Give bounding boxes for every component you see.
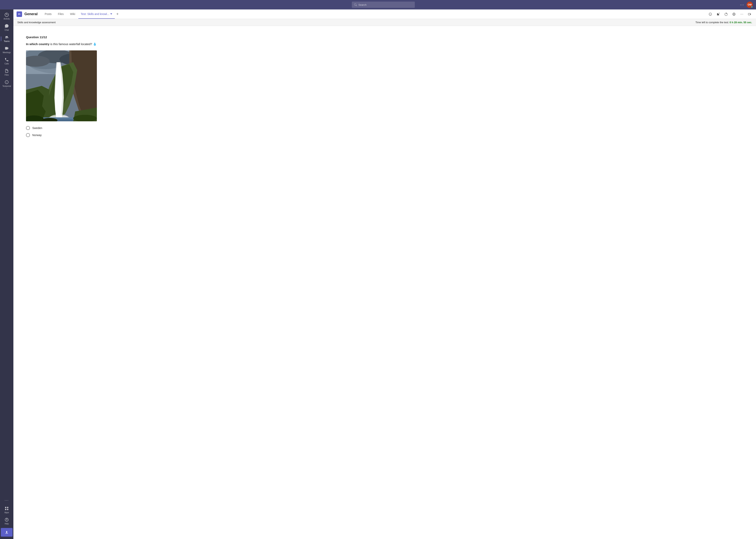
testportal-label: Testportal ...: [2, 85, 12, 89]
answer-option-sweden[interactable]: Sweden: [26, 126, 190, 130]
add-tab-button[interactable]: +: [115, 9, 120, 19]
sidebar-item-help[interactable]: Help: [1, 516, 13, 526]
apps-label: Apps: [5, 511, 9, 513]
download-button[interactable]: [1, 528, 13, 537]
svg-point-14: [743, 14, 743, 14]
video-icon: [748, 12, 751, 16]
testportal-icon: [5, 80, 9, 84]
content-area: Pt General Posts Files Wiki Test: Skills…: [13, 9, 756, 539]
channel-header-right: [707, 11, 753, 17]
topbar-center: [27, 2, 740, 8]
svg-rect-3: [7, 507, 8, 508]
meetings-label: Meetings: [3, 51, 11, 53]
download-icon: [5, 530, 9, 534]
files-icon: [5, 69, 9, 73]
avatar[interactable]: OW: [747, 2, 753, 8]
emoji-icon: [709, 12, 712, 16]
svg-rect-4: [5, 509, 6, 510]
topbar-ellipsis[interactable]: ···: [740, 3, 744, 7]
search-icon: [354, 3, 357, 6]
help-label: Help: [5, 523, 9, 525]
svg-point-13: [742, 14, 742, 14]
activity-label: Activity: [4, 18, 10, 20]
activity-icon: [5, 13, 9, 17]
sidebar-item-chat[interactable]: Chat: [1, 22, 13, 33]
sidebar-item-apps[interactable]: Apps: [1, 505, 13, 515]
files-label: Files: [5, 74, 9, 76]
question-area: Question 11/12 In which country is this …: [13, 26, 756, 539]
answer-options: Sweden Norway: [26, 126, 190, 137]
answer-label-sweden: Sweden: [32, 126, 42, 129]
refresh-icon: [724, 12, 728, 16]
svg-point-7: [7, 520, 7, 521]
tab-test[interactable]: Test: Skills and knowl...: [78, 9, 115, 19]
question-number: Question 11/12: [26, 36, 190, 39]
svg-point-9: [710, 14, 710, 14]
refresh-button[interactable]: [723, 11, 729, 17]
svg-point-8: [709, 13, 712, 16]
calls-label: Calls: [5, 63, 9, 65]
chat-icon: [5, 24, 9, 28]
svg-rect-0: [5, 47, 8, 50]
help-icon: [5, 517, 9, 522]
timer-value: 0 h 28 min. 55 sec.: [729, 21, 752, 24]
avatar-status-dot: [751, 6, 753, 8]
apps-icon: [5, 506, 9, 511]
calls-icon: [5, 57, 9, 62]
channel-tabs: Posts Files Wiki Test: Skills and knowl.…: [41, 9, 120, 19]
search-input[interactable]: [358, 3, 412, 6]
sidebar-item-more[interactable]: ···: [4, 497, 9, 504]
chevron-down-icon: [110, 13, 112, 15]
teams-icon: [5, 35, 9, 39]
question-card: Question 11/12 In which country is this …: [20, 31, 197, 142]
radio-norway[interactable]: [26, 133, 30, 137]
svg-point-10: [711, 14, 711, 14]
more-dots: ···: [5, 498, 9, 502]
sidebar-item-teams[interactable]: Teams: [1, 34, 13, 44]
more-options-button[interactable]: [739, 11, 745, 17]
svg-point-12: [741, 14, 741, 14]
main-layout: Activity Chat Teams Meetings: [0, 9, 756, 539]
sidebar-item-activity[interactable]: Activity: [1, 11, 13, 22]
assessment-timer: Time left to complete the test: 0 h 28 m…: [695, 21, 752, 24]
teams-label: Teams: [4, 40, 9, 42]
reactions-button[interactable]: [707, 11, 714, 17]
channel-header: Pt General Posts Files Wiki Test: Skills…: [13, 9, 756, 19]
sidebar-item-files[interactable]: Files: [1, 67, 13, 78]
channel-icon: Pt: [17, 11, 22, 17]
question-image: [26, 50, 97, 121]
ellipsis-icon: [740, 12, 744, 16]
svg-rect-2: [5, 507, 6, 508]
topbar: ··· OW: [0, 0, 756, 9]
answer-option-norway[interactable]: Norway: [26, 133, 190, 137]
tab-files[interactable]: Files: [55, 9, 67, 19]
sidebar-item-meetings[interactable]: Meetings: [1, 45, 13, 55]
meeting-button[interactable]: [747, 11, 753, 17]
sidebar-item-calls[interactable]: Calls: [1, 56, 13, 66]
question-bold: In which country: [26, 42, 49, 46]
search-box[interactable]: [352, 2, 415, 8]
radio-sweden[interactable]: [26, 126, 30, 130]
assessment-title: Skills and knowledge assessment: [17, 21, 55, 24]
svg-rect-5: [7, 509, 8, 510]
tab-posts[interactable]: Posts: [41, 9, 55, 19]
assessment-bar: Skills and knowledge assessment Time lef…: [13, 19, 756, 26]
meetings-icon: [5, 46, 9, 50]
globe-icon: [732, 12, 736, 16]
sidebar: Activity Chat Teams Meetings: [0, 9, 13, 539]
svg-rect-15: [748, 13, 750, 15]
answer-label-norway: Norway: [32, 133, 41, 137]
channel-name: General: [25, 12, 37, 16]
topbar-right: ··· OW: [740, 2, 753, 8]
chat-label: Chat: [5, 29, 9, 31]
tab-wiki[interactable]: Wiki: [67, 9, 78, 19]
question-text: In which country is this famous waterfal…: [26, 42, 190, 46]
popout-button[interactable]: [715, 11, 722, 17]
popout-icon: [717, 12, 720, 16]
website-button[interactable]: [731, 11, 737, 17]
sidebar-item-testportal[interactable]: Testportal ...: [1, 78, 13, 91]
